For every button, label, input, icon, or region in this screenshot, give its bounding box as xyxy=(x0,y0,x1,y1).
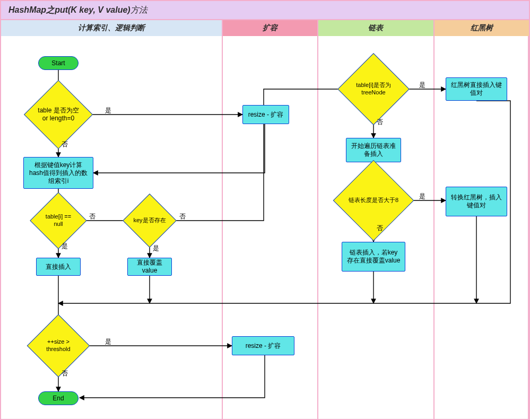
lane-resize xyxy=(223,36,318,419)
decision-table-i-null: table[i] == null xyxy=(38,200,79,241)
edge-yes-2: 是 xyxy=(62,242,68,251)
edge-no-4: 否 xyxy=(377,118,383,127)
edge-no-2: 否 xyxy=(89,212,95,221)
decision-table-i-null-label: table[i] == null xyxy=(38,213,79,228)
decision-treenode: table[i]是否为treeNode xyxy=(348,64,399,115)
start-node: Start xyxy=(38,56,79,70)
process-convert-rbtree-label: 转换红黑树，插入键值对 xyxy=(450,194,502,209)
process-override-value: 直接覆盖value xyxy=(127,258,172,276)
lane-header-resize: 扩容 xyxy=(223,20,318,36)
edge-yes-4: 是 xyxy=(419,81,425,90)
title-bar: HashMap之put(K key, V value)方法 xyxy=(1,1,529,20)
process-convert-rbtree: 转换红黑树，插入键值对 xyxy=(446,187,507,216)
decision-length-gt-8: 链表长度是否大于8 xyxy=(345,172,402,229)
process-override-value-label: 直接覆盖value xyxy=(132,259,167,275)
decision-key-exists-label: key是否存在 xyxy=(131,217,168,224)
lane-header-rbtree: 红黑树 xyxy=(435,20,529,36)
process-resize-2-label: resize - 扩容 xyxy=(246,342,281,350)
lane-header-linkedlist: 链表 xyxy=(318,20,435,36)
edge-yes-3: 是 xyxy=(153,244,159,253)
decision-threshold-label: ++size > threshold xyxy=(36,338,81,353)
start-label: Start xyxy=(51,59,65,67)
diagram-root: HashMap之put(K key, V value)方法 计算索引、逻辑判断 … xyxy=(0,0,530,420)
edge-no-5: 否 xyxy=(377,224,383,233)
title-suffix: 方法 xyxy=(131,5,147,14)
lane-body: 是 否 否 是 是 否 是 否 是 否 是 否 Start table 是否为空… xyxy=(1,36,529,419)
process-insert-direct: 直接插入 xyxy=(36,258,81,276)
process-resize-2: resize - 扩容 xyxy=(232,336,294,355)
diagram-title: HashMap之put(K key, V value)方法 xyxy=(8,5,147,16)
process-resize-1: resize - 扩容 xyxy=(242,105,289,124)
process-start-iterate-label: 开始遍历链表准备插入 xyxy=(351,142,396,158)
edge-yes-1: 是 xyxy=(105,106,111,115)
process-rbtree-insert-label: 红黑树直接插入键值对 xyxy=(450,81,502,97)
process-list-insert-label: 链表插入，若key存在直接覆盖value xyxy=(346,249,401,265)
end-label: End xyxy=(53,395,64,402)
process-start-iterate: 开始遍历链表准备插入 xyxy=(346,138,401,162)
lane-header-index: 计算索引、逻辑判断 xyxy=(1,20,223,36)
lane-headers: 计算索引、逻辑判断 扩容 链表 红黑树 xyxy=(1,20,529,37)
edge-no-1: 否 xyxy=(62,140,68,149)
decision-table-empty: table 是否为空or length=0 xyxy=(34,90,83,139)
decision-key-exists: key是否存在 xyxy=(131,202,169,240)
decision-length-gt-8-label: 链表长度是否大于8 xyxy=(346,197,401,204)
decision-treenode-label: table[i]是否为treeNode xyxy=(348,82,399,97)
edge-no-6: 否 xyxy=(62,369,68,378)
process-insert-direct-label: 直接插入 xyxy=(46,263,71,271)
decision-threshold: ++size > threshold xyxy=(36,323,81,368)
edge-yes-5: 是 xyxy=(419,192,425,201)
process-rbtree-insert: 红黑树直接插入键值对 xyxy=(446,77,507,101)
process-compute-index: 根据键值key计算hash值得到插入的数组索引i xyxy=(23,157,93,189)
title-main: HashMap之put(K key, V value) xyxy=(8,5,131,14)
process-compute-index-label: 根据键值key计算hash值得到插入的数组索引i xyxy=(28,161,89,185)
decision-table-empty-label: table 是否为空or length=0 xyxy=(34,107,83,122)
process-list-insert: 链表插入，若key存在直接覆盖value xyxy=(342,242,405,272)
end-node: End xyxy=(38,391,79,405)
edge-yes-6: 是 xyxy=(105,337,111,346)
edge-no-3: 否 xyxy=(179,212,186,221)
process-resize-1-label: resize - 扩容 xyxy=(248,111,284,119)
